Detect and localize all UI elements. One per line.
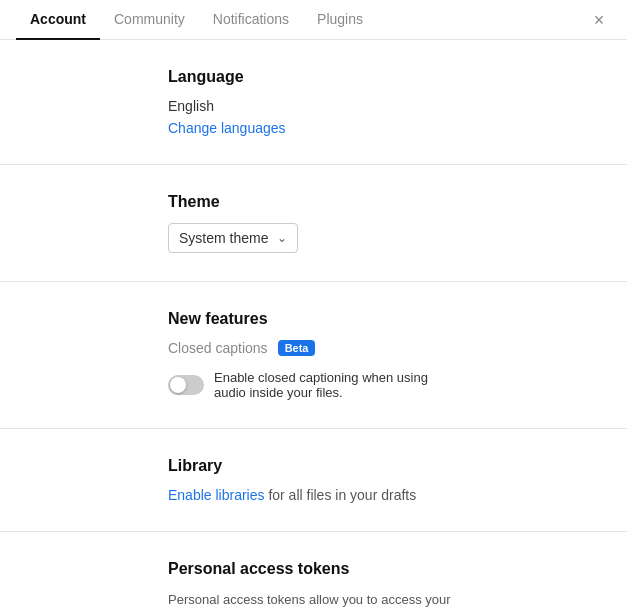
theme-section: Theme System theme ⌄	[0, 165, 627, 282]
tab-community[interactable]: Community	[100, 0, 199, 40]
toggle-knob	[170, 377, 186, 393]
theme-title: Theme	[168, 193, 459, 211]
pat-title: Personal access tokens	[168, 560, 459, 578]
enable-libraries-link[interactable]: Enable libraries	[168, 487, 265, 503]
personal-access-tokens-section: Personal access tokens Personal access t…	[0, 532, 627, 611]
new-features-section: New features Closed captions Beta Enable…	[0, 282, 627, 429]
current-language: English	[168, 98, 459, 114]
tab-notifications[interactable]: Notifications	[199, 0, 303, 40]
library-description-suffix: for all files in your drafts	[265, 487, 417, 503]
toggle-row: Enable closed captioning when using audi…	[168, 370, 459, 400]
language-section: Language English Change languages	[0, 40, 627, 165]
library-title: Library	[168, 457, 459, 475]
close-button[interactable]: ×	[587, 8, 611, 32]
theme-selected-value: System theme	[179, 230, 268, 246]
tabs-bar: Account Community Notifications Plugins …	[0, 0, 627, 40]
closed-captions-label: Closed captions	[168, 340, 268, 356]
change-languages-link[interactable]: Change languages	[168, 120, 286, 136]
pat-description: Personal access tokens allow you to acce…	[168, 590, 459, 611]
new-features-title: New features	[168, 310, 459, 328]
beta-badge: Beta	[278, 340, 316, 356]
theme-dropdown[interactable]: System theme ⌄	[168, 223, 298, 253]
content-area: Language English Change languages Theme …	[0, 40, 627, 611]
toggle-description: Enable closed captioning when using audi…	[214, 370, 459, 400]
closed-captions-row: Closed captions Beta	[168, 340, 459, 356]
closed-captions-toggle[interactable]	[168, 375, 204, 395]
library-description: Enable libraries for all files in your d…	[168, 487, 459, 503]
library-section: Library Enable libraries for all files i…	[0, 429, 627, 532]
chevron-down-icon: ⌄	[277, 231, 287, 245]
language-title: Language	[168, 68, 459, 86]
tab-plugins[interactable]: Plugins	[303, 0, 377, 40]
tab-account[interactable]: Account	[16, 0, 100, 40]
